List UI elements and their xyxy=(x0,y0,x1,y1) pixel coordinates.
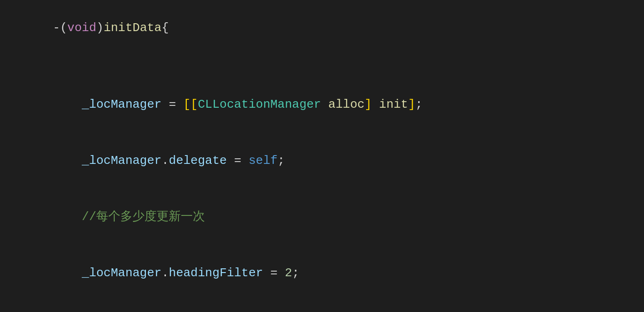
kw-self: self xyxy=(249,154,277,168)
indent-3 xyxy=(53,98,82,111)
line-1-content: -(void)initData{ xyxy=(9,0,635,56)
minus-1: -( xyxy=(53,21,67,35)
code-line-7 xyxy=(0,301,644,312)
code-line-6: _locManager.headingFilter = 2; xyxy=(0,245,644,301)
kw-void-1: void xyxy=(67,21,96,35)
method-alloc: alloc xyxy=(329,98,365,111)
code-editor: -(void)initData{ _locManager = [[CLLocat… xyxy=(0,0,644,312)
method-init: init xyxy=(379,98,408,111)
code-line-5: //每个多少度更新一次 xyxy=(0,189,644,245)
prop-headingfilter: headingFilter xyxy=(169,266,263,280)
class-cllocationmanager-1: CLLocationManager xyxy=(198,98,321,111)
num-2: 2 xyxy=(285,266,292,280)
prop-delegate: delegate xyxy=(169,154,227,168)
var-locmanager-2: _locManager xyxy=(82,154,162,168)
code-line-1: -(void)initData{ xyxy=(0,0,644,56)
code-line-4: _locManager.delegate = self; xyxy=(0,133,644,189)
code-line-3: _locManager = [[CLLocationManager alloc]… xyxy=(0,77,644,133)
method-initdata: initData xyxy=(104,21,162,35)
paren-1: ) xyxy=(96,21,104,35)
code-line-2 xyxy=(0,56,644,77)
comment-zh-1: //每个多少度更新一次 xyxy=(82,210,205,224)
var-locmanager-1: _locManager xyxy=(82,98,162,111)
var-locmanager-3: _locManager xyxy=(82,266,162,280)
brace-1: { xyxy=(162,21,169,35)
